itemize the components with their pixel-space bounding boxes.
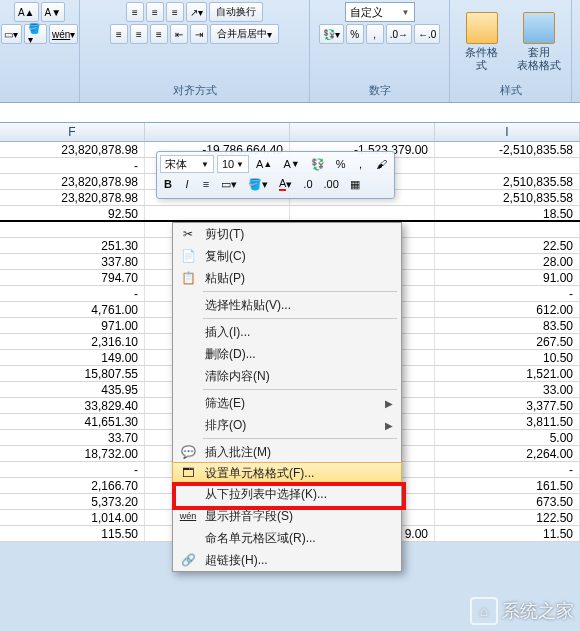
mini-merge[interactable]: ▦ (346, 175, 364, 193)
fill-color-btn[interactable]: 🪣▾ (24, 24, 47, 44)
cell[interactable] (435, 222, 580, 237)
cell[interactable]: 15,807.55 (0, 366, 145, 381)
mini-inc-dec[interactable]: .0 (299, 175, 316, 193)
cell[interactable]: 33,829.40 (0, 398, 145, 413)
mini-italic[interactable]: I (179, 175, 195, 193)
cell[interactable]: 2,510,835.58 (435, 190, 580, 205)
align-right[interactable]: ≡ (150, 24, 168, 44)
font-size-up[interactable]: A▲ (14, 2, 39, 22)
ctx-paste[interactable]: 📋粘贴(P) (173, 267, 401, 289)
ctx-copy[interactable]: 📄复制(C) (173, 245, 401, 267)
cell[interactable]: 794.70 (0, 270, 145, 285)
cell[interactable]: 18,732.00 (0, 446, 145, 461)
cell[interactable]: - (0, 462, 145, 477)
ctx-insert-comment[interactable]: 💬插入批注(M) (173, 441, 401, 463)
ctx-sort[interactable]: 排序(O)▶ (173, 414, 401, 436)
mini-format-painter[interactable]: 🖌 (372, 155, 391, 173)
ctx-insert[interactable]: 插入(I)... (173, 321, 401, 343)
mini-dec-dec[interactable]: .00 (320, 175, 343, 193)
mini-font-combo[interactable]: 宋体 ▼ (160, 155, 214, 173)
indent-inc[interactable]: ⇥ (190, 24, 208, 44)
indent-dec[interactable]: ⇤ (170, 24, 188, 44)
cell[interactable]: 161.50 (435, 478, 580, 493)
cell[interactable]: 2,510,835.58 (435, 174, 580, 189)
table-row[interactable]: 92.5018.50 (0, 206, 580, 222)
cell[interactable]: 2,264.00 (435, 446, 580, 461)
currency-btn[interactable]: 💱▾ (319, 24, 344, 44)
mini-shrink-font[interactable]: A▼ (279, 155, 303, 173)
align-bottom[interactable]: ≡ (166, 2, 184, 22)
cell[interactable]: 612.00 (435, 302, 580, 317)
ctx-format-cells[interactable]: 🗔设置单元格格式(F)... (172, 462, 402, 484)
number-format-combo[interactable]: 自定义▼ (345, 2, 415, 22)
cell[interactable]: 18.50 (435, 206, 580, 220)
cell[interactable]: 92.50 (0, 206, 145, 220)
inc-decimal[interactable]: .0→ (386, 24, 412, 44)
cell[interactable]: 3,811.50 (435, 414, 580, 429)
percent-btn[interactable]: % (346, 24, 364, 44)
cell[interactable]: 23,820,878.98 (0, 190, 145, 205)
ctx-define-name[interactable]: 命名单元格区域(R)... (173, 527, 401, 549)
cell[interactable]: -2,510,835.58 (435, 142, 580, 157)
ctx-pick-from-list[interactable]: 从下拉列表中选择(K)... (173, 483, 401, 505)
cell[interactable]: 23,820,878.98 (0, 142, 145, 157)
dec-decimal[interactable]: ←.0 (414, 24, 440, 44)
ctx-filter[interactable]: 筛选(E)▶ (173, 392, 401, 414)
cell[interactable]: 28.00 (435, 254, 580, 269)
cell[interactable]: 5,373.20 (0, 494, 145, 509)
align-left[interactable]: ≡ (110, 24, 128, 44)
cell[interactable]: 2,166.70 (0, 478, 145, 493)
cell[interactable] (435, 158, 580, 173)
mini-percent[interactable]: % (332, 155, 350, 173)
cell[interactable]: 83.50 (435, 318, 580, 333)
cell[interactable]: 3,377.50 (435, 398, 580, 413)
ctx-delete[interactable]: 删除(D)... (173, 343, 401, 365)
mini-size-combo[interactable]: 10 ▼ (217, 155, 249, 173)
mini-currency[interactable]: 💱 (307, 155, 329, 173)
cell[interactable]: 1,521.00 (435, 366, 580, 381)
cell[interactable]: - (0, 158, 145, 173)
mini-align-center[interactable]: ≡ (198, 175, 214, 193)
ctx-hyperlink[interactable]: 🔗超链接(H)... (173, 549, 401, 571)
comma-btn[interactable]: , (366, 24, 384, 44)
cell[interactable]: 673.50 (435, 494, 580, 509)
cell[interactable]: 435.95 (0, 382, 145, 397)
cell[interactable]: 33.00 (435, 382, 580, 397)
cell[interactable]: 22.50 (435, 238, 580, 253)
col-header[interactable] (145, 123, 290, 141)
cell[interactable]: 1,014.00 (0, 510, 145, 525)
cell[interactable]: - (435, 462, 580, 477)
mini-grow-font[interactable]: A▲ (252, 155, 276, 173)
wrap-text[interactable]: 自动换行 (209, 2, 263, 22)
merge-center[interactable]: 合并后居中 ▾ (210, 24, 279, 44)
mini-comma[interactable]: , (353, 155, 369, 173)
cell[interactable]: 2,316.10 (0, 334, 145, 349)
cell[interactable]: 11.50 (435, 526, 580, 541)
cell[interactable]: 10.50 (435, 350, 580, 365)
mini-bold[interactable]: B (160, 175, 176, 193)
ctx-clear[interactable]: 清除内容(N) (173, 365, 401, 387)
mini-font-color[interactable]: A▾ (275, 175, 296, 193)
align-middle[interactable]: ≡ (146, 2, 164, 22)
font-size-down[interactable]: A▼ (41, 2, 66, 22)
ctx-cut[interactable]: ✂剪切(T) (173, 223, 401, 245)
cell[interactable]: - (0, 286, 145, 301)
phonetic-btn[interactable]: wén▾ (49, 24, 78, 44)
border-btn[interactable]: ▭▾ (1, 24, 22, 44)
orientation[interactable]: ↗▾ (186, 2, 207, 22)
cell[interactable]: 33.70 (0, 430, 145, 445)
mini-border[interactable]: ▭▾ (217, 175, 241, 193)
align-top[interactable]: ≡ (126, 2, 144, 22)
cell[interactable]: 149.00 (0, 350, 145, 365)
cell[interactable] (145, 206, 290, 220)
cell[interactable]: 337.80 (0, 254, 145, 269)
align-center[interactable]: ≡ (130, 24, 148, 44)
cell[interactable]: 115.50 (0, 526, 145, 541)
cell[interactable]: 267.50 (435, 334, 580, 349)
cell[interactable]: - (435, 286, 580, 301)
cell[interactable]: 41,651.30 (0, 414, 145, 429)
formula-bar[interactable] (0, 103, 580, 123)
cell[interactable]: 5.00 (435, 430, 580, 445)
cell[interactable]: 122.50 (435, 510, 580, 525)
ctx-phonetic[interactable]: wén显示拼音字段(S) (173, 505, 401, 527)
